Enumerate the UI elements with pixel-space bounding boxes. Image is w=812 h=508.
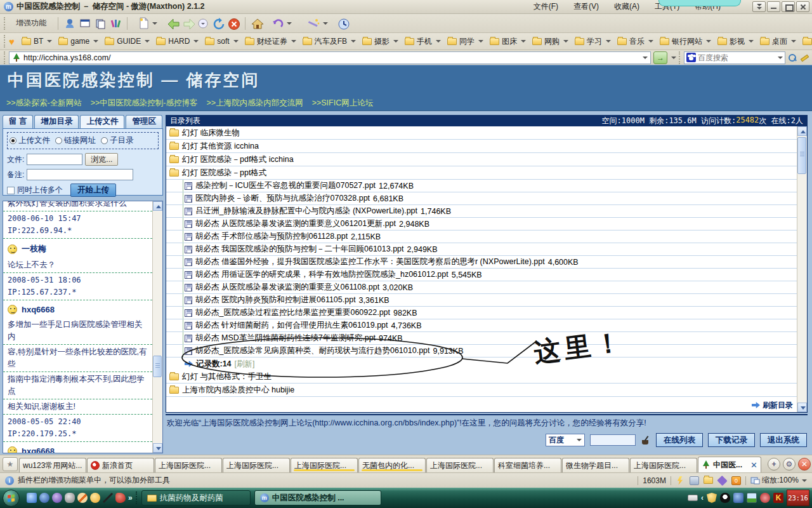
bookmark-folder[interactable]: 影视 [714, 34, 757, 49]
close-tab-button[interactable]: ✕ [798, 458, 811, 471]
pen-quicklaunch-icon[interactable] [103, 493, 113, 503]
new-tab-button[interactable]: + [768, 458, 780, 471]
multi-upload-checkbox[interactable] [7, 187, 15, 194]
entry-name[interactable]: 幻灯 医院感染－pdf格式 icchina [182, 154, 294, 165]
sidebar-tab[interactable]: 上传文件 [80, 115, 124, 128]
collapse-toolbar-button[interactable] [752, 1, 766, 12]
stop-icon[interactable] [228, 18, 239, 29]
messenger-icon[interactable] [64, 18, 75, 29]
browser-tab[interactable]: 上海国际医院... ✕ [426, 458, 494, 472]
scroll-down-button[interactable] [153, 443, 162, 453]
entry-name[interactable]: 幻灯 医院感染－ppt格式 [182, 168, 266, 178]
directory-row[interactable]: 幻灯 医院感染－pdf格式 icchina [166, 153, 797, 166]
bookmark-folder[interactable]: HARD [153, 35, 202, 48]
bookmark-folder[interactable]: 财经证券 [242, 34, 299, 49]
url-box[interactable] [9, 51, 651, 64]
bookmark-folder[interactable]: 汽车及FB [299, 34, 359, 49]
refresh-link[interactable]: [刷新] [235, 359, 255, 370]
directory-row[interactable]: 胡必杰 医院内肺炎预防和控制进展061105.ppt 3,361KB [166, 294, 797, 307]
ie-icon[interactable] [27, 493, 37, 503]
undo-button[interactable] [266, 16, 298, 31]
gear-icon[interactable] [760, 493, 770, 503]
browser-tab[interactable]: 上海国际医院... ✕ [630, 458, 697, 472]
refresh-directory-row[interactable]: 刷新目录 [166, 398, 797, 412]
sphere-icon[interactable] [52, 493, 62, 503]
start-button[interactable] [3, 490, 20, 507]
directory-row[interactable]: 幻灯 与其他格式：手卫生 [166, 370, 797, 384]
entry-name[interactable]: 医院内肺炎－诊断、预防与抗感染治疗070328.ppt [195, 193, 370, 204]
wand-caret[interactable] [323, 22, 328, 25]
directory-row[interactable]: 胡必杰 用循证医学的研究成果，科学有效地防控医院感染_hz061012.ppt … [166, 269, 797, 281]
directory-row[interactable]: 胡必杰_医院感染常见病原菌种类、耐药现状与流行趋势061010.ppt 9,91… [166, 345, 797, 358]
zoom-caret[interactable] [802, 479, 807, 482]
address-grip[interactable] [4, 51, 6, 64]
highlight-icon[interactable] [799, 53, 808, 62]
entry-name[interactable]: 胡必杰 医院内肺炎预防和控制进展061105.ppt [195, 295, 356, 305]
nav-link[interactable]: >>SIFIC网上论坛 [312, 98, 374, 109]
entry-name[interactable]: 胡必杰 手术部位感染与预防控制061128.ppt [195, 231, 348, 242]
footer-button[interactable]: 下载记录 [708, 433, 755, 447]
entry-name[interactable]: 幻灯 与其他格式：手卫生 [182, 371, 272, 382]
nav-link[interactable]: >>中国医院感染控制-感控博客 [91, 98, 198, 109]
directory-row[interactable]: 吕迁洲_静脉输液及静脉配置中心与院内感染 (NXPowerLite).ppt 1… [166, 205, 797, 218]
directory-row[interactable]: 胡必杰 针对细菌耐药，如何合理使用抗生素061019.ppt 4,736KB [166, 319, 797, 332]
browser-tab[interactable]: 中国医... ✕ [698, 457, 761, 472]
entry-name[interactable]: 上海市院内感染质控中心 hubijie [182, 385, 294, 396]
browser-tab[interactable]: 上海国际医院... ✕ [291, 458, 358, 472]
bookmark-folder[interactable]: 代理 [799, 34, 812, 49]
sidebar-tab[interactable]: 增加目录 [34, 115, 79, 128]
browse-button[interactable]: 浏览... [85, 153, 118, 166]
entry-name[interactable]: 吕迁洲_静脉输液及静脉配置中心与院内感染 (NXPowerLite).ppt [195, 206, 417, 217]
undo-caret[interactable] [287, 22, 292, 25]
maximize-button[interactable] [782, 1, 795, 12]
search-engine-icon[interactable] [686, 53, 696, 62]
minimize-button[interactable] [767, 1, 780, 12]
search-box[interactable] [684, 51, 785, 64]
home-icon[interactable] [251, 18, 263, 29]
new-page-button[interactable] [133, 16, 163, 31]
directory-row[interactable]: 胡必杰_医院感染过程监控比结果监控更重要060922.ppt 982KB [166, 307, 797, 319]
boost-icon[interactable] [676, 476, 685, 485]
refresh-icon[interactable] [213, 18, 224, 29]
close-button[interactable] [796, 1, 809, 12]
popup-window-icon[interactable] [79, 18, 91, 29]
entry-name[interactable]: 胡必杰 从医院感染暴发谈监测的重要意义061201更新.ppt [195, 218, 396, 229]
zoom-control[interactable]: 缩放:100% [750, 475, 807, 486]
upload-type-radio[interactable]: 上传文件 [10, 135, 50, 146]
favorites-star-button[interactable]: ★ [3, 457, 18, 471]
new-page-caret[interactable] [152, 22, 157, 25]
engine-select[interactable]: 百度 [546, 434, 585, 446]
sidebar-tab[interactable]: 留 言 [3, 115, 33, 128]
directory-row[interactable]: 胡必杰 从医院感染暴发谈监测的重要意义061201更新.ppt 2,948KB [166, 218, 797, 231]
scroll-up-button[interactable] [797, 126, 807, 136]
maxthon-tray-icon[interactable] [733, 493, 743, 503]
directory-row[interactable]: 幻灯 临床微生物 [166, 126, 797, 140]
directory-row[interactable]: 幻灯 其他资源 icchina [166, 140, 797, 153]
browser-tab[interactable]: 上海国际医院... ✕ [155, 458, 222, 472]
search-icon[interactable] [788, 53, 797, 62]
directory-row[interactable]: 感染控制－ICU医生不容忽视的重要问题070527.ppt 12,674KB [166, 180, 797, 192]
download-counter-icon[interactable]: 0 [731, 476, 741, 485]
network-icon[interactable] [747, 493, 757, 503]
printer-icon[interactable] [690, 476, 699, 485]
bookmark-folder[interactable]: 同学 [444, 34, 487, 49]
bookmark-folder[interactable]: BT [18, 35, 55, 48]
directory-row[interactable]: 胡必杰 我国医院感染的预防与控制－二十年回顾061013.ppt 2,949KB [166, 243, 797, 256]
tab-close-icon[interactable]: ✕ [750, 460, 757, 470]
keyboard-icon[interactable] [688, 495, 698, 501]
directory-row[interactable]: 胡必杰 手术部位感染与预防控制061128.ppt 2,115KB [166, 231, 797, 243]
tab-tools-button[interactable]: ⚙ [783, 458, 796, 471]
bookmark-folder[interactable]: 摄影 [359, 34, 402, 49]
directory-row[interactable]: 胡必杰 从医院感染暴发谈监测的重要意义061108.ppt 3,020KB [166, 281, 797, 294]
ribbon-icon[interactable] [115, 493, 126, 503]
bookmark-folder[interactable]: game [55, 35, 102, 48]
entry-name[interactable]: 胡必杰 MSD革兰阴性菌耐药性连续7年监测研究.ppt [195, 333, 376, 344]
bookmark-folder[interactable]: 手机 [402, 34, 444, 49]
notes-icon[interactable] [95, 18, 106, 29]
plugin-icon[interactable] [717, 475, 727, 485]
bookmark-folder[interactable]: 桌面 [757, 34, 799, 49]
task-button[interactable]: m 中国医院感染控制 ... [254, 490, 381, 505]
browser-tab[interactable]: wu123常用网站... ✕ [19, 458, 86, 472]
entry-name[interactable]: 胡必杰_医院感染常见病原菌种类、耐药现状与流行趋势061010.ppt [195, 345, 430, 356]
bookmark-folder[interactable]: 图床 [487, 34, 529, 49]
